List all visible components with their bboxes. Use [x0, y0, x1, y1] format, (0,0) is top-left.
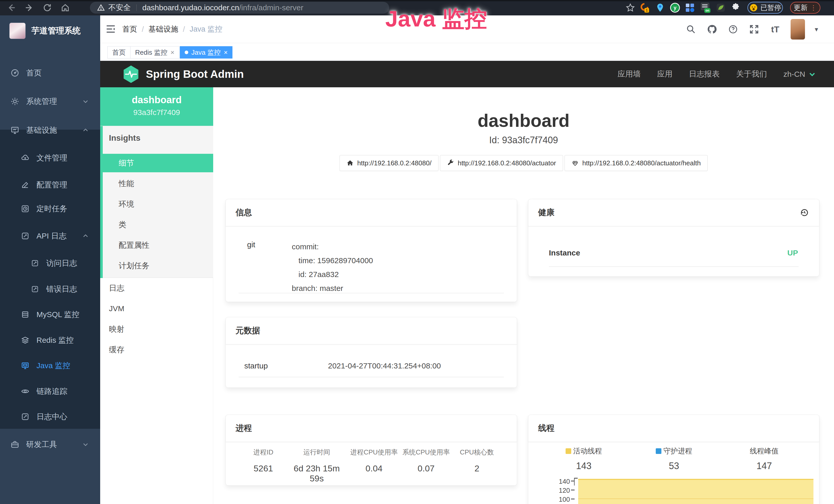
sidebar-item-file-management[interactable]: 文件管理 [0, 148, 100, 167]
extensions-puzzle-icon[interactable] [730, 2, 741, 13]
hamburger-icon[interactable] [105, 23, 117, 35]
annotation-java-monitor: Java 监控 [385, 4, 487, 34]
sidebar-item-java-monitor[interactable]: Java 监控 [0, 357, 100, 375]
threads-card: 线程 活动线程 143 守护进程 53 线程峰值 147 14 [528, 415, 819, 504]
sba-item-metrics[interactable]: 性能 [103, 173, 213, 194]
sidebar-item-infrastructure[interactable]: 基础设施 [0, 121, 100, 139]
fullscreen-icon[interactable] [748, 24, 760, 35]
user-avatar[interactable] [791, 19, 805, 40]
sidebar-item-home[interactable]: 首页 [0, 64, 100, 82]
metadata-row-label: startup [244, 362, 268, 370]
sidebar-item-log-center[interactable]: 日志中心 [0, 408, 100, 426]
bookmark-star-icon[interactable] [625, 2, 636, 13]
process-col-syscpu: 系统CPU使用率 [400, 448, 452, 463]
actuator-url-button[interactable]: http://192.168.0.2:48080/actuator [440, 155, 563, 171]
sba-item-jvm[interactable]: JVM [100, 298, 213, 319]
tick-mark [571, 481, 575, 481]
address-bar[interactable]: 不安全 dashboard.yudao.iocoder.cn/infra/adm… [90, 2, 389, 14]
sidebar-item-devtools[interactable]: 研发工具 [0, 435, 100, 454]
sidebar-item-scheduled-jobs[interactable]: 定时任务 [0, 200, 100, 218]
sba-insights-group: Insights 细节 性能 环境 类 配置属性 计划任务 [100, 126, 213, 278]
browser-update-button[interactable]: 更新 ⋮ [790, 2, 820, 14]
tag-redis-monitor[interactable]: Redis 监控 × [130, 46, 179, 59]
log-edit-icon [21, 231, 30, 240]
sba-app-name: dashboard [100, 94, 213, 106]
extension-green-circle-icon[interactable]: y [670, 2, 681, 13]
sba-item-mappings[interactable]: 映射 [100, 319, 213, 339]
tags-view-bar: 首页 Redis 监控 × Java 监控 × [100, 43, 834, 61]
user-menu-caret-icon[interactable]: ▾ [815, 25, 818, 33]
sidebar-item-access-logs[interactable]: 访问日志 [0, 254, 100, 272]
sba-instance-header[interactable]: dashboard 93a3fc7f7409 [100, 87, 213, 126]
font-size-icon[interactable]: tT [770, 24, 781, 35]
github-icon[interactable] [706, 24, 718, 35]
app-logo [9, 23, 26, 39]
update-label: 更新 [794, 3, 808, 12]
sba-nav-wallboard[interactable]: 应用墙 [617, 69, 641, 79]
history-icon[interactable] [799, 208, 809, 217]
health-url-button[interactable]: http://192.168.0.2:48080/actuator/health [565, 155, 708, 171]
ext-on-badge: on [706, 9, 709, 12]
window-edge [0, 0, 834, 1]
sidebar-item-error-logs[interactable]: 错误日志 [0, 280, 100, 298]
sidebar-item-mysql-monitor[interactable]: MySQL 监控 [0, 305, 100, 324]
security-warning-icon[interactable] [97, 4, 105, 12]
extension-orange-icon[interactable]: 1 [639, 2, 650, 13]
sidebar-item-label: 日志中心 [37, 412, 67, 422]
sidebar-item-label: 访问日志 [46, 258, 77, 269]
breadcrumb-home[interactable]: 首页 [122, 24, 137, 35]
edit-icon [21, 180, 30, 189]
sba-item-environment[interactable]: 环境 [103, 194, 213, 214]
sba-item-logs[interactable]: 日志 [100, 278, 213, 298]
log-edit-icon [21, 412, 30, 421]
sba-item-caches[interactable]: 缓存 [100, 339, 213, 360]
sba-locale-select[interactable]: zh-CN [784, 70, 816, 78]
sba-item-config-props[interactable]: 配置属性 [103, 235, 213, 255]
browser-forward-button[interactable] [24, 2, 35, 13]
close-icon[interactable]: × [171, 48, 174, 56]
sidebar-item-tracing[interactable]: 链路追踪 [0, 382, 100, 400]
url-path: /infra/admin-server [239, 3, 303, 12]
sba-locale-label: zh-CN [784, 70, 805, 78]
service-url-button[interactable]: http://192.168.0.2:48080/ [339, 155, 438, 171]
search-icon[interactable] [685, 24, 697, 35]
chevron-down-icon [808, 70, 816, 78]
breadcrumb-infrastructure[interactable]: 基础设施 [149, 24, 178, 35]
sidebar-item-config-management[interactable]: 配置管理 [0, 176, 100, 194]
sba-nav-about[interactable]: 关于我们 [736, 69, 767, 79]
sidebar-item-redis-monitor[interactable]: Redis 监控 [0, 331, 100, 349]
health-url: http://192.168.0.2:48080/actuator/health [582, 159, 701, 167]
sba-nav-applications[interactable]: 应用 [657, 69, 673, 79]
threads-legend: 活动线程 143 守护进程 53 线程峰值 147 [539, 446, 809, 472]
extension-leaf-icon[interactable] [715, 2, 726, 13]
sidebar-item-system[interactable]: 系统管理 [0, 92, 100, 111]
info-git-value: commit: time: 1596289704000 id: 27aa832 … [292, 240, 373, 295]
extension-tampermonkey-icon[interactable]: on [700, 2, 711, 13]
browser-menu-icon[interactable]: ⋮ [810, 6, 817, 9]
metadata-startup-value: 2021-04-27T00:44:31.254+08:00 [328, 362, 441, 370]
extension-pin-icon[interactable] [655, 2, 666, 13]
sba-item-scheduled-tasks[interactable]: 计划任务 [103, 255, 213, 276]
sba-nav-journal[interactable]: 日志报表 [689, 69, 720, 79]
browser-reload-button[interactable] [42, 2, 53, 13]
app-logo-row[interactable]: 芋道管理系统 [0, 18, 100, 44]
sidebar-item-api-logs[interactable]: API 日志 [0, 227, 100, 245]
health-card: 健康 Instance UP [528, 199, 819, 276]
metadata-card: 元数据 startup 2021-04-27T00:44:31.254+08:0… [225, 317, 517, 388]
profile-paused-chip[interactable]: 已暂停 [747, 2, 783, 14]
browser-home-button[interactable] [60, 2, 71, 13]
tag-home[interactable]: 首页 [107, 46, 130, 59]
sba-item-classes[interactable]: 类 [103, 214, 213, 235]
browser-back-button[interactable] [6, 2, 17, 13]
help-question-icon[interactable] [727, 24, 739, 35]
extension-grid-icon[interactable] [684, 2, 696, 13]
tag-java-monitor[interactable]: Java 监控 × [180, 46, 233, 59]
tick-mark [571, 499, 575, 499]
close-icon[interactable]: × [224, 48, 227, 56]
endpoint-buttons: http://192.168.0.2:48080/ http://192.168… [213, 155, 834, 171]
app-title: 芋道管理系统 [31, 25, 81, 37]
sidebar-item-label: 错误日志 [46, 284, 77, 295]
sba-brand[interactable]: Spring Boot Admin [123, 65, 244, 83]
sidebar-item-label: API 日志 [37, 231, 67, 241]
sba-item-details[interactable]: 细节 [103, 154, 213, 172]
